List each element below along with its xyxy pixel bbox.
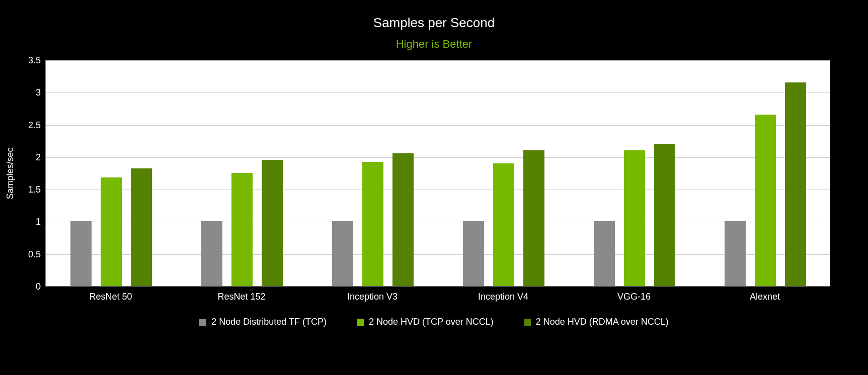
x-tick-label: VGG-16 — [617, 292, 651, 302]
gridline — [46, 254, 830, 255]
bar — [262, 160, 283, 286]
gridline — [46, 157, 830, 158]
bar — [624, 150, 645, 286]
chart-container: Samples per Second Higher is Better Samp… — [0, 0, 868, 375]
bar — [654, 144, 675, 286]
legend-item-2: 2 Node HVD (RDMA over NCCL) — [524, 317, 669, 327]
bar — [362, 162, 383, 286]
chart-title: Samples per Second — [0, 15, 868, 31]
y-tick-label: 2 — [6, 152, 41, 162]
gridline — [46, 190, 830, 190]
legend-label-0: 2 Node Distributed TF (TCP) — [211, 317, 327, 327]
chart-subtitle: Higher is Better — [0, 38, 868, 51]
x-tick-label: ResNet 50 — [89, 292, 132, 302]
x-tick-label: Inception V4 — [478, 292, 528, 302]
bar — [101, 177, 122, 286]
y-tick-label: 1.5 — [6, 184, 41, 195]
bar — [523, 150, 544, 286]
y-tick-label: 0.5 — [6, 249, 41, 259]
bar — [332, 221, 353, 286]
y-tick-label: 3 — [6, 87, 41, 98]
bar — [463, 221, 484, 286]
x-tick-label: Inception V3 — [347, 292, 398, 302]
bar — [231, 173, 253, 286]
x-tick-label: ResNet 152 — [217, 292, 265, 302]
legend: 2 Node Distributed TF (TCP) 2 Node HVD (… — [0, 317, 868, 327]
legend-item-1: 2 Node HVD (TCP over NCCL) — [357, 317, 494, 327]
legend-label-2: 2 Node HVD (RDMA over NCCL) — [536, 317, 669, 327]
y-tick-label: 2.5 — [6, 120, 41, 130]
y-tick-label: 1 — [6, 217, 41, 227]
gridline — [46, 92, 830, 93]
bar — [755, 115, 776, 286]
y-tick-label: 0 — [6, 282, 41, 292]
bar — [392, 153, 414, 286]
bar — [70, 221, 92, 286]
gridline — [46, 222, 830, 222]
bar — [201, 221, 222, 286]
bar — [493, 163, 514, 286]
gridline — [46, 125, 830, 126]
bar — [725, 221, 746, 286]
legend-swatch-1 — [357, 319, 364, 326]
bar — [131, 168, 152, 286]
legend-swatch-0 — [199, 319, 206, 326]
bar — [785, 82, 806, 286]
x-tick-label: Alexnet — [750, 292, 780, 302]
legend-item-0: 2 Node Distributed TF (TCP) — [199, 317, 327, 327]
y-tick-label: 3.5 — [6, 55, 41, 66]
bar — [594, 221, 615, 286]
legend-swatch-2 — [524, 319, 531, 326]
plot-area — [45, 60, 830, 287]
gridline — [46, 60, 830, 61]
legend-label-1: 2 Node HVD (TCP over NCCL) — [369, 317, 494, 327]
